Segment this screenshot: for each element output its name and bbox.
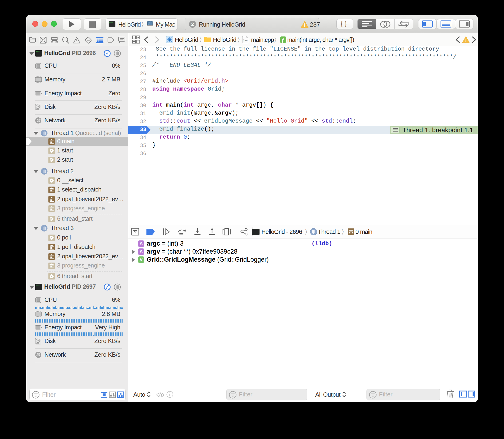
svg-text:C++: C++ — [243, 39, 247, 42]
